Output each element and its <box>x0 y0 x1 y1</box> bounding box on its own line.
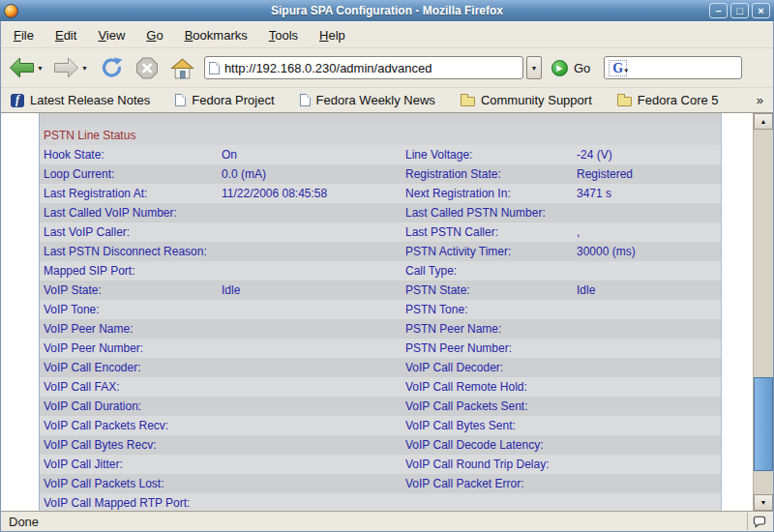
field-value <box>222 300 405 319</box>
field-label: VoIP Call Mapped RTP Port: <box>44 493 222 511</box>
go-button[interactable]: ▶ Go <box>551 60 590 76</box>
field-value: 30000 (ms) <box>577 242 721 261</box>
field-label: VoIP Call Packets Sent: <box>405 397 577 416</box>
table-row: VoIP Call Encoder:VoIP Call Decoder: <box>40 358 721 377</box>
field-value <box>222 397 405 416</box>
table-row: Last Called VoIP Number:Last Called PSTN… <box>40 203 721 222</box>
bookmark-label: Fedora Weekly News <box>316 93 435 107</box>
table-row: VoIP Call Bytes Recv:VoIP Call Decode La… <box>40 435 721 455</box>
scrollbar-thumb[interactable] <box>754 377 773 471</box>
field-label: PSTN Activity Timer: <box>405 242 577 261</box>
bookmark-fedora-project[interactable]: Fedora Project <box>175 93 274 107</box>
close-button[interactable]: × <box>752 3 770 18</box>
field-label: VoIP Call Bytes Sent: <box>405 416 577 435</box>
field-value: 11/22/2006 08:45:58 <box>222 184 405 203</box>
search-bar: G▼ <box>604 56 742 79</box>
url-input[interactable] <box>224 61 519 75</box>
window-border-left <box>0 21 1 532</box>
field-value <box>577 319 721 339</box>
bookmark-fedora-core-5[interactable]: Fedora Core 5 <box>617 93 719 107</box>
table-row: Last PSTN Disconnect Reason:PSTN Activit… <box>40 242 721 261</box>
field-label: Last Registration At: <box>44 184 222 203</box>
table-row: Mapped SIP Port:Call Type: <box>40 261 721 281</box>
menu-bookmarks[interactable]: Bookmarks <box>178 25 254 45</box>
field-label: VoIP Call Remote Hold: <box>405 377 577 397</box>
table-row: VoIP Tone:PSTN Tone: <box>40 300 721 319</box>
field-label: Line Voltage: <box>405 145 577 164</box>
bookmark-label: Fedora Core 5 <box>638 93 719 107</box>
field-label: VoIP Call Packet Error: <box>405 474 577 493</box>
search-engine-icon[interactable]: G▼ <box>609 60 627 76</box>
field-label: VoIP Call Jitter: <box>44 455 222 474</box>
field-label: Call Type: <box>405 261 577 281</box>
stop-button[interactable] <box>135 57 159 79</box>
table-row: Hook State:OnLine Voltage:-24 (V) <box>40 145 721 164</box>
title-bar[interactable]: Sipura SPA Configuration - Mozilla Firef… <box>0 0 774 21</box>
table-row: VoIP Call Mapped RTP Port: <box>40 493 721 511</box>
search-input[interactable] <box>627 60 737 76</box>
field-label: PSTN Peer Name: <box>405 319 577 339</box>
reload-button[interactable] <box>100 56 124 79</box>
menu-help[interactable]: Help <box>313 25 352 45</box>
minimize-button[interactable]: – <box>709 3 728 18</box>
field-value <box>222 319 405 339</box>
field-value <box>577 339 721 358</box>
field-value: Registered <box>577 164 721 184</box>
menu-file[interactable]: File <box>7 25 41 45</box>
field-value <box>222 339 405 358</box>
field-label: VoIP Call Duration: <box>44 397 222 416</box>
scroll-down-button[interactable]: ▼ <box>754 494 773 511</box>
firefox-window-icon[interactable] <box>4 4 18 18</box>
page-icon <box>300 94 311 106</box>
field-label: VoIP Call Decoder: <box>405 358 577 377</box>
stop-icon <box>135 57 159 79</box>
field-value <box>577 455 721 474</box>
field-label: Registration State: <box>405 164 577 184</box>
forward-dropdown-caret[interactable]: ▼ <box>81 65 88 72</box>
vertical-scrollbar[interactable]: ▲ ▼ <box>753 113 773 511</box>
url-dropdown-button[interactable]: ▼ <box>526 56 542 79</box>
field-value <box>222 242 405 261</box>
back-button[interactable] <box>9 57 35 78</box>
bookmark-label: Fedora Project <box>192 93 274 107</box>
menu-view[interactable]: View <box>91 25 132 45</box>
menu-bar: File Edit View Go Bookmarks Tools Help <box>1 21 773 47</box>
field-label: VoIP State: <box>44 281 222 300</box>
field-value <box>222 435 405 455</box>
home-button[interactable] <box>170 57 194 79</box>
field-label: Loop Current: <box>44 164 222 184</box>
scroll-up-button[interactable]: ▲ <box>754 113 773 130</box>
field-label: VoIP Call Packets Lost: <box>44 474 222 493</box>
forward-button[interactable] <box>53 57 79 78</box>
bookmarks-overflow-chevron[interactable]: » <box>757 93 763 107</box>
menu-go[interactable]: Go <box>139 25 169 45</box>
bookmark-fedora-weekly-news[interactable]: Fedora Weekly News <box>300 93 435 107</box>
search-engine-caret: ▼ <box>623 64 629 78</box>
menu-tools[interactable]: Tools <box>262 25 305 45</box>
field-value <box>222 358 405 377</box>
folder-icon <box>461 97 475 106</box>
field-value <box>222 474 405 493</box>
field-label: VoIP Tone: <box>44 300 222 319</box>
bookmark-label: Latest Release Notes <box>30 93 150 107</box>
table-row: VoIP Call Jitter:VoIP Call Round Trip De… <box>40 455 721 474</box>
field-value <box>222 261 405 281</box>
field-value <box>577 416 721 435</box>
maximize-button[interactable]: □ <box>730 3 749 18</box>
menu-edit[interactable]: Edit <box>48 25 83 45</box>
table-row: Loop Current:0.0 (mA)Registration State:… <box>40 164 721 184</box>
field-label: VoIP Peer Name: <box>44 319 222 339</box>
bookmark-community-support[interactable]: Community Support <box>461 93 592 107</box>
navigation-toolbar: ▼ ▼ <box>1 47 773 87</box>
back-dropdown-caret[interactable]: ▼ <box>37 65 44 72</box>
field-label: VoIP Peer Number: <box>44 339 222 358</box>
field-value <box>222 377 405 397</box>
field-value: 0.0 (mA) <box>222 164 405 184</box>
bookmark-label: Community Support <box>481 93 592 107</box>
field-value <box>222 203 405 222</box>
field-value <box>577 397 721 416</box>
field-value: , <box>577 222 721 242</box>
bookmark-latest-release-notes[interactable]: f Latest Release Notes <box>11 93 150 107</box>
field-label: Last PSTN Caller: <box>405 222 577 242</box>
field-label: VoIP Call FAX: <box>44 377 222 397</box>
